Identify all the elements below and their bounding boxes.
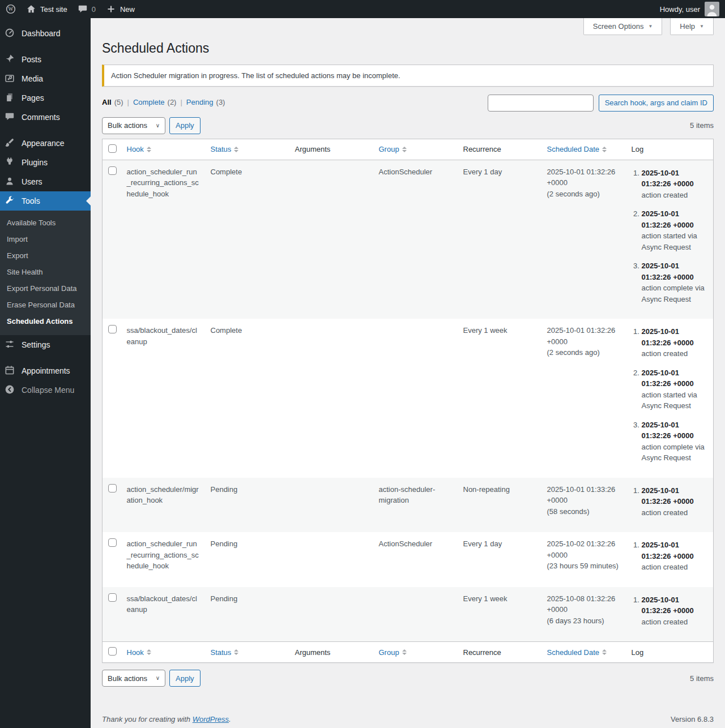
log-cell: 2025-10-01 01:32:26 +0000 action created… [626,160,714,319]
hook-cell: ssa/blackout_dates/cleanup [121,319,205,478]
sort-link-group[interactable]: Group [379,648,407,657]
log-entry: 2025-10-01 01:32:26 +0000 action created [642,594,708,628]
row-checkbox[interactable] [108,538,117,547]
sort-link-scheduled-date[interactable]: Scheduled Date [547,648,607,657]
apply-button[interactable]: Apply [169,670,201,687]
log-timestamp: 2025-10-01 01:32:26 +0000 [642,327,694,347]
site-name: Test site [40,5,67,14]
sidebar-item-settings[interactable]: Settings [0,335,91,354]
scheduled-date-cell: 2025-10-08 01:32:26 +0000(6 days 23 hour… [541,587,626,642]
account-menu[interactable]: Howdy, user [660,2,719,16]
column-header-scheduled-date: Scheduled Date [541,642,626,663]
sort-arrows-icon [602,147,607,152]
table-head: HookStatusArgumentsGroupRecurrenceSchedu… [103,139,714,160]
arguments-cell [289,587,373,642]
sort-link-hook[interactable]: Hook [127,145,151,153]
select-all-checkbox[interactable] [108,647,117,656]
column-header-group: Group [373,139,458,160]
column-header-recurrence: Recurrence [458,139,541,160]
comments-admin-link[interactable]: 0 [78,4,96,14]
collapse-icon [5,384,16,396]
wordpress-link[interactable]: WordPress [193,715,229,723]
row-checkbox-cell [103,532,121,587]
row-checkbox[interactable] [108,593,117,602]
row-checkbox[interactable] [108,484,117,493]
column-header-scheduled-date: Scheduled Date [541,139,626,160]
sidebar-item-label: Comments [22,113,60,122]
sort-link-status[interactable]: Status [211,145,239,153]
bulk-actions-select[interactable]: Bulk actions [102,670,165,687]
main-content: Screen Options ▼ Help ▼ Scheduled Action… [91,18,725,728]
sidebar-item-collapse-menu[interactable]: Collapse Menu [0,380,91,400]
group-cell: ActionScheduler [373,160,458,319]
search-button[interactable]: Search hook, args and claim ID [599,95,714,112]
log-entry: 2025-10-01 01:32:26 +0000 action created [642,539,708,573]
recurrence-cell: Non-repeating [458,478,541,533]
sidebar-item-label: Collapse Menu [22,386,74,395]
log-timestamp: 2025-10-01 01:32:26 +0000 [642,596,694,615]
submenu-item-site-health[interactable]: Site Health [0,264,91,280]
visit-site-link[interactable]: Test site [26,4,67,14]
hook-cell: action_scheduler/migration_hook [121,478,205,533]
sidebar-item-appearance[interactable]: Appearance [0,134,91,153]
filter-link[interactable]: Complete [133,98,165,106]
screen-options-label: Screen Options [593,22,644,31]
submenu-item-import[interactable]: Import [0,231,91,247]
users-icon [5,176,16,187]
sidebar-item-plugins[interactable]: Plugins [0,153,91,172]
sort-link-hook[interactable]: Hook [127,648,151,657]
submenu-item-export-personal-data[interactable]: Export Personal Data [0,280,91,297]
settings-icon [5,339,16,350]
filter-link[interactable]: Pending [186,98,214,106]
table-foot: HookStatusArgumentsGroupRecurrenceSchedu… [103,642,714,663]
submenu-item-export[interactable]: Export [0,247,91,264]
submenu-item-scheduled-actions[interactable]: Scheduled Actions [0,313,91,329]
submenu-item-erase-personal-data[interactable]: Erase Personal Data [0,297,91,313]
bulk-actions-group: Bulk actions Apply [102,670,201,687]
sidebar-menu-bottom: SettingsAppointmentsCollapse Menu [0,335,91,400]
select-all-checkbox[interactable] [108,144,117,153]
sidebar-item-comments[interactable]: Comments [0,108,91,127]
apply-button[interactable]: Apply [169,117,201,134]
column-label: Group [379,648,399,657]
footer-period: . [229,715,231,723]
sort-arrows-icon [402,649,407,655]
sidebar-item-pages[interactable]: Pages [0,88,91,108]
sidebar-item-dashboard[interactable]: Dashboard [0,24,91,43]
row-checkbox-cell [103,478,121,533]
sidebar-item-posts[interactable]: Posts [0,50,91,69]
sidebar-item-appointments[interactable]: Appointments [0,361,91,380]
sort-up-icon [402,649,407,652]
hook-cell: action_scheduler_run_recurring_actions_s… [121,160,205,319]
sort-link-status[interactable]: Status [211,648,239,657]
sidebar-item-users[interactable]: Users [0,172,91,191]
search-input[interactable] [488,95,594,112]
screen-options-button[interactable]: Screen Options ▼ [583,18,663,35]
submenu-item-available-tools[interactable]: Available Tools [0,215,91,231]
row-checkbox[interactable] [108,166,117,175]
media-icon [5,73,16,84]
row-checkbox[interactable] [108,325,117,333]
tools-icon [5,195,16,207]
sidebar-item-tools[interactable]: Tools [0,191,91,211]
sort-arrows-icon [147,147,151,152]
column-label: Hook [127,145,144,153]
column-label: Recurrence [463,145,501,153]
help-button[interactable]: Help ▼ [670,18,714,35]
status-cell: Pending [205,587,289,642]
sidebar-item-media[interactable]: Media [0,69,91,88]
bulk-actions-select[interactable]: Bulk actions [102,117,165,134]
new-content-button[interactable]: New [106,4,135,14]
scheduled-date-cell: 2025-10-01 01:33:26 +0000(58 seconds) [541,478,626,533]
footer-thanks-text: Thank you for creating with [102,715,190,723]
filter-count: (3) [216,98,225,106]
items-count: 5 items [690,674,714,683]
avatar[interactable] [705,2,719,16]
sort-link-group[interactable]: Group [379,145,407,153]
wordpress-menu-button[interactable]: W [6,4,16,14]
filter-current-label: All [102,98,112,106]
arguments-cell [289,478,373,533]
log-cell: 2025-10-01 01:32:26 +0000 action created [626,532,714,587]
sort-link-scheduled-date[interactable]: Scheduled Date [547,145,607,153]
log-entry: 2025-10-01 01:32:26 +0000 action started… [642,367,708,412]
